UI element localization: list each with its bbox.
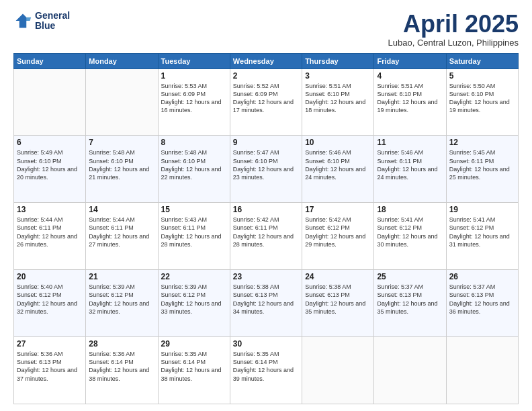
calendar-cell: 17Sunrise: 5:42 AMSunset: 6:12 PMDayligh…	[302, 203, 374, 270]
calendar-cell: 13Sunrise: 5:44 AMSunset: 6:11 PMDayligh…	[14, 203, 86, 270]
cell-info: Sunrise: 5:44 AMSunset: 6:11 PMDaylight:…	[89, 216, 154, 248]
day-number: 26	[449, 272, 515, 281]
day-number: 3	[305, 71, 371, 81]
calendar-cell: 29Sunrise: 5:35 AMSunset: 6:14 PMDayligh…	[158, 337, 230, 404]
cell-info: Sunrise: 5:39 AMSunset: 6:12 PMDaylight:…	[89, 283, 154, 316]
calendar-cell: 5Sunrise: 5:50 AMSunset: 6:10 PMDaylight…	[446, 68, 518, 136]
cell-info: Sunrise: 5:52 AMSunset: 6:09 PMDaylight:…	[233, 82, 299, 115]
calendar-cell: 1Sunrise: 5:53 AMSunset: 6:09 PMDaylight…	[158, 68, 230, 136]
day-number: 13	[17, 205, 83, 214]
title-block: April 2025 Lubao, Central Luzon, Philipp…	[388, 11, 519, 48]
day-number: 8	[161, 138, 227, 147]
calendar-cell: 15Sunrise: 5:43 AMSunset: 6:11 PMDayligh…	[158, 203, 230, 270]
calendar-table: SundayMondayTuesdayWednesdayThursdayFrid…	[13, 53, 519, 404]
day-number: 18	[377, 205, 443, 214]
cell-info: Sunrise: 5:38 AMSunset: 6:13 PMDaylight:…	[233, 283, 299, 316]
day-number: 27	[17, 339, 83, 349]
calendar-cell: 9Sunrise: 5:47 AMSunset: 6:10 PMDaylight…	[230, 136, 302, 203]
calendar-cell: 19Sunrise: 5:41 AMSunset: 6:12 PMDayligh…	[446, 203, 518, 270]
cell-info: Sunrise: 5:51 AMSunset: 6:10 PMDaylight:…	[377, 82, 443, 115]
day-number: 20	[17, 272, 83, 281]
day-number: 11	[377, 138, 443, 147]
day-number: 9	[233, 138, 299, 147]
cell-info: Sunrise: 5:47 AMSunset: 6:10 PMDaylight:…	[233, 148, 299, 181]
day-number: 30	[233, 339, 299, 349]
calendar-cell: 27Sunrise: 5:36 AMSunset: 6:13 PMDayligh…	[14, 337, 86, 404]
day-number: 12	[449, 138, 515, 147]
day-number: 10	[305, 138, 371, 147]
day-header-tuesday: Tuesday	[158, 53, 230, 68]
calendar-cell: 24Sunrise: 5:38 AMSunset: 6:13 PMDayligh…	[302, 270, 374, 337]
calendar-cell: 8Sunrise: 5:48 AMSunset: 6:10 PMDaylight…	[158, 136, 230, 203]
calendar-cell: 11Sunrise: 5:46 AMSunset: 6:11 PMDayligh…	[374, 136, 446, 203]
day-header-monday: Monday	[86, 53, 158, 68]
day-number: 21	[89, 272, 154, 281]
calendar-cell: 21Sunrise: 5:39 AMSunset: 6:12 PMDayligh…	[86, 270, 158, 337]
calendar-cell: 2Sunrise: 5:52 AMSunset: 6:09 PMDaylight…	[230, 68, 302, 136]
cell-info: Sunrise: 5:53 AMSunset: 6:09 PMDaylight:…	[161, 82, 227, 115]
logo-icon	[13, 11, 32, 30]
main-title: April 2025	[388, 11, 519, 38]
logo: General Blue	[13, 11, 70, 32]
week-row-1: 1Sunrise: 5:53 AMSunset: 6:09 PMDaylight…	[14, 68, 519, 136]
day-number: 28	[89, 339, 154, 349]
day-number: 23	[233, 272, 299, 281]
cell-info: Sunrise: 5:46 AMSunset: 6:11 PMDaylight:…	[377, 148, 443, 181]
calendar-header-row: SundayMondayTuesdayWednesdayThursdayFrid…	[14, 53, 519, 68]
calendar-cell: 23Sunrise: 5:38 AMSunset: 6:13 PMDayligh…	[230, 270, 302, 337]
cell-info: Sunrise: 5:49 AMSunset: 6:10 PMDaylight:…	[17, 148, 83, 181]
week-row-5: 27Sunrise: 5:36 AMSunset: 6:13 PMDayligh…	[14, 337, 519, 404]
cell-info: Sunrise: 5:36 AMSunset: 6:13 PMDaylight:…	[17, 350, 83, 383]
calendar-cell	[374, 337, 446, 404]
cell-info: Sunrise: 5:50 AMSunset: 6:10 PMDaylight:…	[449, 82, 515, 115]
calendar-cell: 6Sunrise: 5:49 AMSunset: 6:10 PMDaylight…	[14, 136, 86, 203]
calendar-cell: 12Sunrise: 5:45 AMSunset: 6:11 PMDayligh…	[446, 136, 518, 203]
day-header-saturday: Saturday	[446, 53, 518, 68]
calendar-cell	[86, 68, 158, 136]
header: General Blue April 2025 Lubao, Central L…	[13, 11, 519, 48]
day-number: 1	[161, 71, 227, 81]
calendar-cell: 16Sunrise: 5:42 AMSunset: 6:11 PMDayligh…	[230, 203, 302, 270]
cell-info: Sunrise: 5:44 AMSunset: 6:11 PMDaylight:…	[17, 216, 83, 248]
calendar-cell: 22Sunrise: 5:39 AMSunset: 6:12 PMDayligh…	[158, 270, 230, 337]
cell-info: Sunrise: 5:39 AMSunset: 6:12 PMDaylight:…	[161, 283, 227, 316]
day-number: 14	[89, 205, 154, 214]
day-number: 29	[161, 339, 227, 349]
cell-info: Sunrise: 5:51 AMSunset: 6:10 PMDaylight:…	[305, 82, 371, 115]
day-header-sunday: Sunday	[14, 53, 86, 68]
cell-info: Sunrise: 5:46 AMSunset: 6:10 PMDaylight:…	[305, 148, 371, 181]
cell-info: Sunrise: 5:48 AMSunset: 6:10 PMDaylight:…	[161, 148, 227, 181]
cell-info: Sunrise: 5:35 AMSunset: 6:14 PMDaylight:…	[233, 350, 299, 383]
cell-info: Sunrise: 5:41 AMSunset: 6:12 PMDaylight:…	[449, 216, 515, 248]
cell-info: Sunrise: 5:38 AMSunset: 6:13 PMDaylight:…	[305, 283, 371, 316]
week-row-2: 6Sunrise: 5:49 AMSunset: 6:10 PMDaylight…	[14, 136, 519, 203]
day-number: 4	[377, 71, 443, 81]
day-number: 17	[305, 205, 371, 214]
day-number: 2	[233, 71, 299, 81]
day-header-thursday: Thursday	[302, 53, 374, 68]
day-number: 22	[161, 272, 227, 281]
calendar-cell: 4Sunrise: 5:51 AMSunset: 6:10 PMDaylight…	[374, 68, 446, 136]
day-number: 15	[161, 205, 227, 214]
calendar-cell	[446, 337, 518, 404]
calendar-cell: 28Sunrise: 5:36 AMSunset: 6:14 PMDayligh…	[86, 337, 158, 404]
cell-info: Sunrise: 5:41 AMSunset: 6:12 PMDaylight:…	[377, 216, 443, 248]
calendar-cell: 26Sunrise: 5:37 AMSunset: 6:13 PMDayligh…	[446, 270, 518, 337]
cell-info: Sunrise: 5:45 AMSunset: 6:11 PMDaylight:…	[449, 148, 515, 181]
cell-info: Sunrise: 5:35 AMSunset: 6:14 PMDaylight:…	[161, 350, 227, 383]
day-number: 6	[17, 138, 83, 147]
calendar-cell: 3Sunrise: 5:51 AMSunset: 6:10 PMDaylight…	[302, 68, 374, 136]
cell-info: Sunrise: 5:42 AMSunset: 6:12 PMDaylight:…	[305, 216, 371, 248]
logo-text: General Blue	[35, 11, 70, 32]
calendar-cell	[302, 337, 374, 404]
svg-marker-1	[26, 17, 31, 21]
week-row-4: 20Sunrise: 5:40 AMSunset: 6:12 PMDayligh…	[14, 270, 519, 337]
calendar-cell	[14, 68, 86, 136]
day-number: 24	[305, 272, 371, 281]
calendar-cell: 30Sunrise: 5:35 AMSunset: 6:14 PMDayligh…	[230, 337, 302, 404]
calendar-cell: 20Sunrise: 5:40 AMSunset: 6:12 PMDayligh…	[14, 270, 86, 337]
cell-info: Sunrise: 5:37 AMSunset: 6:13 PMDaylight:…	[377, 283, 443, 316]
cell-info: Sunrise: 5:40 AMSunset: 6:12 PMDaylight:…	[17, 283, 83, 316]
calendar-cell: 14Sunrise: 5:44 AMSunset: 6:11 PMDayligh…	[86, 203, 158, 270]
calendar-cell: 18Sunrise: 5:41 AMSunset: 6:12 PMDayligh…	[374, 203, 446, 270]
